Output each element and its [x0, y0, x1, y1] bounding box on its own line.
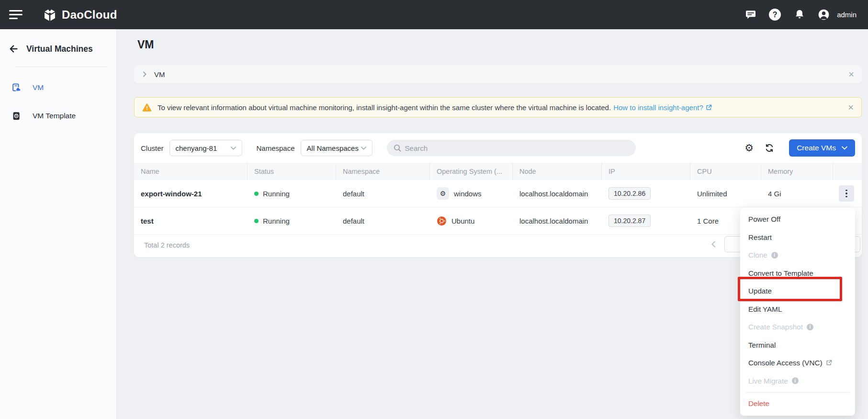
sidebar-item-vm-template[interactable]: VM Template [0, 108, 116, 124]
warning-icon [142, 103, 152, 112]
toolbar-icons: ⚙ Create VMs [744, 139, 855, 157]
notifications-bell-icon[interactable] [793, 8, 806, 21]
vm-name-cell[interactable]: test [134, 217, 248, 225]
os-text: windows [454, 190, 482, 198]
menu-item-label: Create Snapshot [748, 323, 803, 331]
screen: DaoCloud [0, 0, 868, 419]
filter-row: Cluster chenyang-81 Namespace All Namesp… [134, 133, 862, 163]
cluster-select[interactable]: chenyang-81 [169, 140, 242, 156]
vm-status-cell: Running [248, 190, 336, 198]
info-icon [807, 324, 813, 330]
banner-link[interactable]: How to install insight-agent? [613, 103, 712, 112]
sidebar-item-label: VM [33, 83, 44, 92]
breadcrumb-panel[interactable]: VM [134, 65, 862, 83]
page-title: VM [137, 38, 154, 51]
ip-chip: 10.20.2.87 [609, 215, 651, 227]
menu-item-clone[interactable]: Clone [740, 246, 855, 264]
brand: DaoCloud [43, 8, 117, 22]
column-header-actions [833, 163, 862, 180]
search-input[interactable] [405, 144, 629, 152]
menu-item-label: Console Access (VNC) [748, 359, 822, 367]
vm-os-cell: Ubuntu [430, 216, 513, 226]
warning-banner: To view relevant information about virtu… [134, 97, 862, 117]
vm-namespace-cell: default [336, 217, 430, 225]
sidebar-title: Virtual Machines [26, 44, 93, 54]
column-header-cpu: CPU [690, 163, 761, 180]
chevron-down-icon [361, 147, 366, 150]
column-header-memory: Memory [761, 163, 833, 180]
status-text: Running [263, 190, 290, 198]
namespace-select[interactable]: All Namespaces [301, 140, 372, 156]
banner-close-icon[interactable] [848, 102, 854, 112]
vm-node-cell: localhost.localdomain [513, 190, 602, 198]
feedback-chat-icon[interactable] [744, 8, 757, 21]
topbar: DaoCloud [0, 0, 868, 29]
vm-actions-cell [833, 185, 862, 202]
brand-name: DaoCloud [62, 8, 117, 22]
status-running-dot [254, 192, 259, 196]
column-header-os: Operating System (... [430, 163, 513, 180]
menu-item-label: Delete [748, 399, 769, 408]
vm-icon [12, 83, 21, 92]
sidebar-header: Virtual Machines [0, 29, 116, 54]
column-header-node: Node [513, 163, 602, 180]
back-arrow-icon[interactable] [9, 44, 19, 54]
create-vms-button[interactable]: Create VMs [789, 139, 855, 157]
vm-name-cell[interactable]: export-window-21 [134, 190, 248, 198]
column-header-namespace: Namespace [336, 163, 430, 180]
external-link-icon [706, 104, 712, 111]
chevron-down-icon [842, 146, 847, 150]
sidebar: Virtual Machines VM VM Template [0, 29, 117, 419]
sidebar-item-vm[interactable]: VM [0, 79, 116, 96]
status-text: Running [263, 217, 290, 225]
menu-item-label: Edit YAML [748, 305, 782, 313]
namespace-select-value: All Namespaces [307, 144, 361, 152]
menu-item-label: Convert to Template [748, 269, 813, 277]
menu-item-label: Clone [748, 251, 767, 259]
sidebar-divider [14, 67, 108, 67]
vm-memory-cell: 4 Gi [761, 190, 833, 198]
breadcrumb-close-icon[interactable] [848, 69, 854, 79]
info-icon [771, 252, 778, 259]
menu-item-edit-yaml[interactable]: Edit YAML [740, 300, 855, 318]
menu-item-label: Live Migrate [748, 377, 788, 385]
menu-item-delete[interactable]: Delete [740, 395, 855, 413]
help-icon[interactable] [768, 8, 781, 21]
row-actions-kebab-icon[interactable] [839, 185, 854, 202]
search-icon [394, 144, 401, 152]
menu-item-power-off[interactable]: Power Off [740, 210, 855, 228]
search-box [387, 140, 636, 156]
menu-item-label: Update [748, 287, 772, 295]
column-header-status: Status [248, 163, 336, 180]
column-header-ip: IP [602, 163, 690, 180]
sidebar-item-label: VM Template [33, 112, 76, 120]
prev-page-icon[interactable] [711, 241, 716, 248]
menu-toggle-icon[interactable] [9, 10, 23, 19]
menu-item-console-access-vnc[interactable]: Console Access (VNC) [740, 354, 855, 372]
ubuntu-os-icon [437, 216, 447, 226]
table-row[interactable]: export-window-21 Running default ⚙ windo… [134, 180, 862, 207]
menu-item-convert-to-template[interactable]: Convert to Template [740, 264, 855, 283]
menu-item-terminal[interactable]: Terminal [740, 336, 855, 354]
menu-item-restart[interactable]: Restart [740, 228, 855, 247]
topbar-right: admin [744, 8, 857, 21]
menu-item-create-snapshot[interactable]: Create Snapshot [740, 318, 855, 336]
user-avatar[interactable] [817, 8, 830, 21]
username: admin [837, 11, 857, 19]
external-link-icon [826, 360, 832, 366]
info-icon [792, 377, 799, 384]
cluster-select-value: chenyang-81 [176, 144, 231, 152]
chevron-down-icon [231, 147, 236, 150]
menu-item-live-migrate[interactable]: Live Migrate [740, 372, 855, 390]
vm-template-icon [12, 112, 21, 121]
os-text: Ubuntu [451, 217, 474, 225]
total-records-text: Total 2 records [144, 235, 190, 256]
menu-item-update[interactable]: Update [740, 282, 855, 300]
menu-divider [746, 392, 849, 393]
menu-item-label: Restart [748, 233, 772, 241]
banner-link-text: How to install insight-agent? [613, 103, 703, 112]
column-header-name: Name [134, 163, 248, 180]
refresh-icon[interactable] [764, 143, 775, 153]
chevron-right-icon[interactable] [142, 71, 147, 77]
settings-gear-icon[interactable]: ⚙ [744, 143, 754, 153]
